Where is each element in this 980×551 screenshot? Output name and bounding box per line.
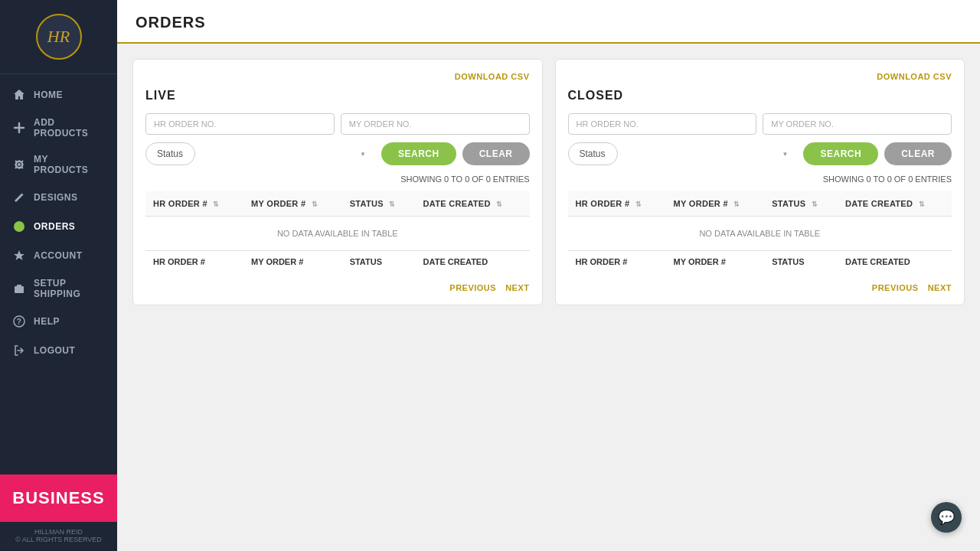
svg-point-0 xyxy=(14,221,24,232)
closed-clear-button[interactable]: CLEAR xyxy=(884,142,952,165)
closed-col-status[interactable]: STATUS ⇅ xyxy=(764,191,838,217)
closed-next-link[interactable]: NEXT xyxy=(928,283,952,292)
closed-sort-date-icon: ⇅ xyxy=(919,201,925,208)
closed-search-button[interactable]: SEARCH xyxy=(803,142,878,165)
logout-icon xyxy=(12,344,26,357)
closed-no-data-row: NO DATA AVAILABLE IN TABLE xyxy=(568,217,952,251)
sidebar-item-help[interactable]: ? HELP xyxy=(0,307,117,336)
live-download-csv-link[interactable]: DOWNLOAD CSV xyxy=(455,72,530,81)
live-col-my-order[interactable]: MY ORDER # ⇅ xyxy=(243,191,342,217)
sidebar-item-orders[interactable]: ORDERS xyxy=(0,212,117,241)
logo-emblem: HR xyxy=(36,14,82,60)
orders-grid: DOWNLOAD CSV LIVE Status SEARCH CLEAR SH… xyxy=(117,44,980,321)
business-banner: BUSINESS xyxy=(0,474,117,522)
live-footer-date-created: DATE CREATED xyxy=(416,251,530,273)
sidebar-item-my-products[interactable]: MY PRODUCTS xyxy=(0,146,117,183)
plus-icon xyxy=(12,121,26,135)
closed-col-date-created[interactable]: DATE CREATED ⇅ xyxy=(838,191,952,217)
box-icon xyxy=(12,282,26,295)
closed-footer-status: STATUS xyxy=(764,251,838,273)
live-col-hr-order[interactable]: HR ORDER # ⇅ xyxy=(145,191,243,217)
closed-download-csv-link[interactable]: DOWNLOAD CSV xyxy=(877,72,952,81)
live-sort-hr-order-icon: ⇅ xyxy=(213,201,219,208)
closed-sort-my-order-icon: ⇅ xyxy=(733,201,740,208)
live-search-button[interactable]: SEARCH xyxy=(381,142,456,165)
closed-filter-row: Status SEARCH CLEAR xyxy=(568,142,952,165)
closed-status-wrapper: Status xyxy=(568,142,798,165)
sidebar-item-account[interactable]: AcCouNT xyxy=(0,241,117,270)
page-title: ORDERS xyxy=(136,14,962,42)
sidebar-item-designs[interactable]: DESIGNS xyxy=(0,183,117,212)
live-footer-hr-order: HR ORDER # xyxy=(145,251,243,273)
live-table-footer-row: HR ORDER # MY ORDER # STATUS DATE CREATE… xyxy=(145,251,530,273)
closed-sort-status-icon: ⇅ xyxy=(812,201,818,208)
closed-footer-my-order: MY ORDER # xyxy=(666,251,765,273)
sidebar-item-setup-shipping[interactable]: SETUP SHIPPING xyxy=(0,270,117,307)
live-footer-status: STATUS xyxy=(342,251,416,273)
live-orders-table: HR ORDER # ⇅ MY ORDER # ⇅ STATUS ⇅ DAT xyxy=(145,191,530,272)
live-next-link[interactable]: NEXT xyxy=(505,283,529,292)
live-table-header-row: HR ORDER # ⇅ MY ORDER # ⇅ STATUS ⇅ DAT xyxy=(145,191,530,217)
closed-showing-text: SHOWING 0 TO 0 OF 0 ENTRIES xyxy=(568,174,952,184)
live-filter-row: Status SEARCH CLEAR xyxy=(145,142,530,165)
live-col-status[interactable]: STATUS ⇅ xyxy=(342,191,416,217)
sidebar: HR HOME ADD PRODUCTS MY PRODUCTS xyxy=(0,0,117,551)
live-footer-my-order: MY ORDER # xyxy=(243,251,342,273)
closed-hr-order-input[interactable] xyxy=(568,113,757,135)
live-no-data-cell: NO DATA AVAILABLE IN TABLE xyxy=(145,217,530,251)
live-col-date-created[interactable]: DATE CREATED ⇅ xyxy=(416,191,530,217)
live-search-row xyxy=(145,113,530,135)
page-header: ORDERS xyxy=(117,0,980,44)
sidebar-item-home[interactable]: HOME xyxy=(0,80,117,109)
chat-button[interactable]: 💬 xyxy=(931,502,962,533)
live-status-wrapper: Status xyxy=(145,142,375,165)
sidebar-nav: HOME ADD PRODUCTS MY PRODUCTS DESIGNS OR xyxy=(0,74,117,474)
closed-search-row xyxy=(568,113,952,135)
closed-my-order-input[interactable] xyxy=(763,113,952,135)
chat-icon: 💬 xyxy=(938,509,955,526)
sidebar-bottom: BUSINESS HILLMAN REID © ALL RIGHTS RESER… xyxy=(0,474,117,551)
live-pagination: PREVIOUS NEXT xyxy=(145,283,530,292)
main-content: ORDERS DOWNLOAD CSV LIVE Status SEARCH C… xyxy=(117,0,980,551)
pencil-icon xyxy=(12,191,26,204)
svg-rect-1 xyxy=(15,286,24,293)
live-my-order-input[interactable] xyxy=(341,113,530,135)
closed-panel: DOWNLOAD CSV CLOSED Status SEARCH CLEAR … xyxy=(555,59,965,305)
closed-status-select[interactable]: Status xyxy=(568,142,618,165)
closed-panel-top: DOWNLOAD CSV xyxy=(568,72,952,81)
sidebar-footer: HILLMAN REID © ALL RIGHTS RESERVED xyxy=(0,522,117,551)
closed-col-my-order[interactable]: MY ORDER # ⇅ xyxy=(666,191,765,217)
sidebar-item-add-products[interactable]: ADD PRODUCTS xyxy=(0,109,117,146)
closed-footer-hr-order: HR ORDER # xyxy=(568,251,666,273)
live-showing-text: SHOWING 0 TO 0 OF 0 ENTRIES xyxy=(145,174,530,184)
svg-text:?: ? xyxy=(17,318,22,326)
live-no-data-row: NO DATA AVAILABLE IN TABLE xyxy=(145,217,530,251)
closed-orders-table: HR ORDER # ⇅ MY ORDER # ⇅ STATUS ⇅ DAT xyxy=(568,191,952,272)
star-icon xyxy=(12,249,26,262)
home-icon xyxy=(12,88,26,102)
closed-col-hr-order[interactable]: HR ORDER # ⇅ xyxy=(568,191,666,217)
sidebar-item-logout[interactable]: LOGOUT xyxy=(0,336,117,365)
closed-pagination: PREVIOUS NEXT xyxy=(568,283,952,292)
live-previous-link[interactable]: PREVIOUS xyxy=(449,283,496,292)
live-panel-top: DOWNLOAD CSV xyxy=(145,72,530,81)
closed-panel-title: CLOSED xyxy=(568,89,952,103)
live-sort-date-icon: ⇅ xyxy=(496,201,502,208)
live-hr-order-input[interactable] xyxy=(145,113,335,135)
live-clear-button[interactable]: CLEAR xyxy=(462,142,530,165)
closed-table-header-row: HR ORDER # ⇅ MY ORDER # ⇅ STATUS ⇅ DAT xyxy=(568,191,952,217)
live-panel-title: LIVE xyxy=(145,89,530,103)
live-status-select[interactable]: Status xyxy=(145,142,195,165)
closed-footer-date-created: DATE CREATED xyxy=(838,251,952,273)
live-panel: DOWNLOAD CSV LIVE Status SEARCH CLEAR SH… xyxy=(132,59,543,305)
sidebar-logo: HR xyxy=(0,0,117,74)
live-sort-status-icon: ⇅ xyxy=(389,201,395,208)
closed-sort-hr-order-icon: ⇅ xyxy=(635,201,642,208)
live-sort-my-order-icon: ⇅ xyxy=(312,201,318,208)
question-icon: ? xyxy=(12,315,26,328)
closed-previous-link[interactable]: PREVIOUS xyxy=(872,283,919,292)
closed-table-footer-row: HR ORDER # MY ORDER # STATUS DATE CREATE… xyxy=(568,251,952,273)
gear-icon xyxy=(12,158,26,171)
orders-circle-icon xyxy=(12,220,26,233)
closed-no-data-cell: NO DATA AVAILABLE IN TABLE xyxy=(568,217,952,251)
